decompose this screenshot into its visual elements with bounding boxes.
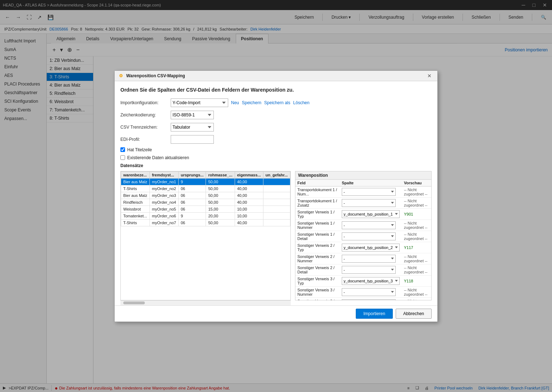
csv-hscroll[interactable] (120, 300, 291, 305)
csv-cell (263, 185, 290, 192)
csv-cell: Rindfleisch (121, 199, 150, 206)
waren-spalte-select[interactable]: y_document_typ_position_1 (342, 210, 400, 218)
col-ungef: un_gefahr... (263, 171, 290, 178)
waren-spalte: - (340, 220, 402, 231)
modal-overlay: ⚙ Warenposition CSV-Mapping ✕ Ordnen Sie… (0, 0, 552, 392)
waren-spalte-select[interactable]: - (342, 221, 396, 229)
waren-row-1: Transportdokument 1 / Num...--- Nicht zu… (295, 186, 431, 197)
csv-cell (263, 178, 290, 185)
waren-spalte-select[interactable]: y_document_typ_position_2 (342, 244, 400, 252)
csv-cell: T-Shirts (121, 185, 150, 192)
csv-trennzeichen-select[interactable]: Tabulator (171, 123, 214, 132)
waren-spalte-select[interactable]: - (342, 255, 396, 263)
abbrechen-button[interactable]: Abbrechen (396, 309, 432, 319)
existierende-checkbox[interactable] (120, 155, 125, 160)
zeichenkodierung-label: Zeichenkodierung: (120, 112, 171, 117)
zeichenkodierung-select[interactable]: ISO-8859-1 (171, 111, 214, 119)
csv-cell: T-Shirts (121, 219, 150, 226)
csv-row-1[interactable]: Bier aus MalzmyOrder_no1950,0040,00 (121, 178, 290, 185)
csv-cell: myOrder_no5 (150, 206, 178, 212)
waren-feld: Sonstiger Verweis 2 / Detail (295, 264, 340, 275)
config-speichern-als-button[interactable]: Speichern als (264, 100, 290, 105)
waren-feld: Sonstiger Verweis 3 / Detail (295, 298, 340, 300)
csv-hscroll-thumb[interactable] (123, 301, 145, 304)
waren-row-10: Sonstiger Verweis 3 / Nummer--- Nicht zu… (295, 286, 431, 298)
waren-spalte: - (340, 186, 402, 197)
csv-row-3[interactable]: Bier aus MalzmyOrder_no30650,0040,00 (121, 192, 290, 199)
waren-row-8: Sonstiger Verweis 2 / Detail--- Nicht zu… (295, 264, 431, 275)
csv-table: warenbeze... fremdsyst... ursprungs... r… (121, 171, 290, 226)
waren-spalte-select[interactable]: - (342, 199, 396, 207)
zeichenkodierung-row: Zeichenkodierung: ISO-8859-1 (120, 111, 432, 119)
edi-profil-row: EDI-Profil: (120, 135, 432, 144)
csv-cell: 50,00 (206, 219, 235, 226)
waren-table: Feld Spalte Vorschau Transportdokument 1… (295, 180, 431, 300)
col-urspr: ursprungs... (178, 171, 206, 178)
waren-spalte: y_document_typ_position_1 (340, 208, 402, 220)
hat-titelzeile-checkbox[interactable] (120, 147, 125, 152)
csv-cell: 06 (178, 185, 206, 192)
waren-vorschau: -- Nicht zugeordnet -- (402, 231, 431, 242)
csv-tbody: Bier aus MalzmyOrder_no1950,0040,00T-Shi… (121, 178, 290, 226)
csv-row-2[interactable]: T-ShirtsmyOrder_no20650,0040,00 (121, 185, 290, 192)
importieren-button[interactable]: Importieren (356, 309, 393, 319)
waren-spalte-select[interactable]: y_document_typ_position_3 (342, 277, 400, 285)
config-speichern-button[interactable]: Speichern (242, 100, 261, 105)
waren-vorschau: Y901 (402, 208, 431, 220)
modal-header: ⚙ Warenposition CSV-Mapping ✕ (115, 71, 437, 81)
hat-titelzeile-label[interactable]: Hat Titelzeile (127, 147, 152, 152)
waren-col-vorschau: Vorschau (402, 180, 431, 186)
modal-body: Ordnen Sie die Spalten der CSV-Datei den… (115, 81, 437, 305)
csv-cell: Tomatenket... (121, 212, 150, 219)
col-warenbe: warenbeze... (121, 171, 150, 178)
waren-spalte: - (340, 286, 402, 298)
csv-row-7[interactable]: T-ShirtsmyOrder_no70650,0040,00 (121, 219, 290, 226)
waren-spalte: y_document_typ_position_2 (340, 242, 402, 253)
csv-cell: 40,00 (235, 219, 263, 226)
edi-profil-input[interactable] (171, 135, 214, 144)
csv-cell: 10,00 (235, 212, 263, 219)
csv-cell: 50,00 (206, 199, 235, 206)
waren-spalte-select[interactable]: - (342, 232, 396, 240)
config-neu-button[interactable]: Neu (231, 100, 239, 105)
import-config-select[interactable]: Y-Code-Import (171, 98, 228, 107)
csv-cell: Bier aus Malz (121, 178, 150, 185)
csv-row-5[interactable]: WeissbrotmyOrder_no50615,0010,00 (121, 206, 290, 212)
modal-close-button[interactable]: ✕ (426, 73, 433, 79)
csv-cell: 9 (178, 178, 206, 185)
waren-panel: Warenposition Feld Spalte Vorschau Trans… (295, 171, 432, 300)
waren-feld: Transportdokument 1 / Num... (295, 186, 340, 197)
waren-spalte-select[interactable]: - (342, 299, 396, 300)
waren-spalte-select[interactable]: - (342, 188, 396, 196)
waren-spalte: y_document_typ_position_3 (340, 275, 402, 286)
waren-feld: Sonstiger Verweis 3 / Typ (295, 275, 340, 286)
waren-spalte: - (340, 298, 402, 300)
config-loeschen-button[interactable]: Löschen (293, 100, 309, 105)
waren-spalte: - (340, 231, 402, 242)
csv-cell: 40,00 (235, 192, 263, 199)
waren-vorschau: -- Nicht zugeordnet -- (402, 220, 431, 231)
waren-feld: Transportdokument 1 / Zusatz (295, 197, 340, 208)
csv-cell: 20,00 (206, 212, 235, 219)
hat-titelzeile-row: Hat Titelzeile (120, 147, 432, 152)
modal-icon: ⚙ (119, 73, 123, 78)
waren-spalte: - (340, 253, 402, 264)
waren-spalte-select[interactable]: - (342, 266, 396, 274)
waren-row-5: Sonstiger Verweis 1 / Detail--- Nicht zu… (295, 231, 431, 242)
csv-cell (263, 199, 290, 206)
existierende-label[interactable]: Existierende Daten aktualisieren (127, 155, 189, 160)
waren-feld: Sonstiger Verweis 1 / Typ (295, 208, 340, 220)
waren-feld: Sonstiger Verweis 3 / Nummer (295, 286, 340, 298)
modal-subtitle: Ordnen Sie die Spalten der CSV-Datei den… (120, 87, 432, 93)
waren-col-feld: Feld (295, 180, 340, 186)
waren-spalte-select[interactable]: - (342, 288, 396, 296)
csv-row-4[interactable]: RindfleischmyOrder_no40650,0040,00 (121, 199, 290, 206)
waren-row-3: Sonstiger Verweis 1 / Typy_document_typ_… (295, 208, 431, 220)
waren-vorschau: Y118 (402, 275, 431, 286)
import-config-label: Importkonfiguration: (120, 100, 171, 105)
waren-feld: Sonstiger Verweis 1 / Detail (295, 231, 340, 242)
csv-cell: myOrder_no7 (150, 219, 178, 226)
waren-row-7: Sonstiger Verweis 2 / Nummer--- Nicht zu… (295, 253, 431, 264)
modal-content-layout: warenbeze... fremdsyst... ursprungs... r… (120, 171, 432, 305)
csv-row-6[interactable]: Tomatenket...myOrder_no6920,0010,00 (121, 212, 290, 219)
